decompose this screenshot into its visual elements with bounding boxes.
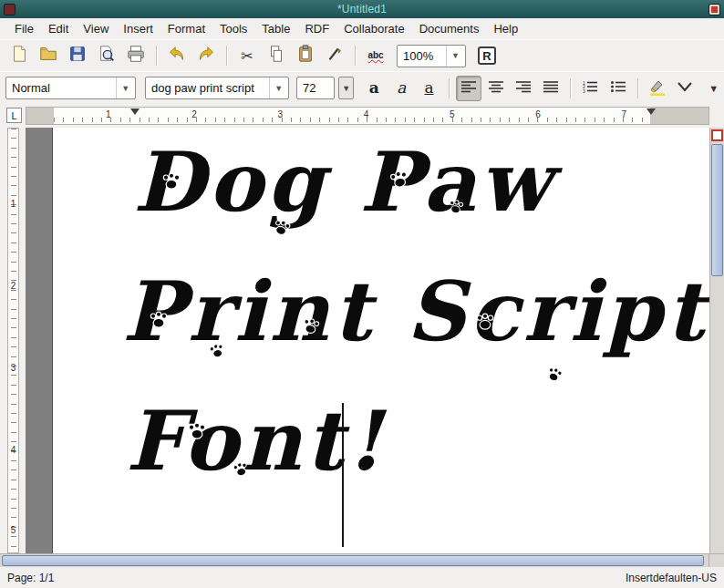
close-button[interactable] <box>708 4 720 15</box>
highlight-button[interactable] <box>645 76 670 101</box>
scrollbar-corner <box>708 554 724 567</box>
ruler-right-margin <box>650 108 708 124</box>
align-right-icon <box>515 80 532 97</box>
underline-icon: a <box>424 80 433 96</box>
ruler-left-margin <box>26 108 54 124</box>
chevron-down-icon: ▼ <box>269 77 283 98</box>
menu-collaborate[interactable]: Collaborate <box>336 19 412 38</box>
menu-format[interactable]: Format <box>160 19 212 38</box>
rdf-button[interactable]: R <box>473 43 501 68</box>
bold-button[interactable]: a <box>361 76 387 101</box>
paste-button[interactable] <box>292 43 319 68</box>
font-size-dropdown-button[interactable]: ▼ <box>338 77 354 99</box>
application-window: *Untitled1 File Edit View Insert Format … <box>0 0 724 588</box>
bullet-list-button[interactable] <box>605 76 631 101</box>
main-area: 1 2 3 4 5 Dog Paw Print Script Font! <box>0 128 724 553</box>
toolbar-separator <box>226 46 227 66</box>
menu-table[interactable]: Table <box>254 19 297 38</box>
ruler-number: 4 <box>8 445 18 455</box>
font-select[interactable]: dog paw print script ▼ <box>145 77 289 99</box>
italic-icon: a <box>397 80 406 96</box>
page-indicator: Page: 1/1 <box>7 572 54 584</box>
cut-button[interactable]: ✂ <box>233 43 261 68</box>
align-justify-icon <box>543 80 559 97</box>
align-left-icon <box>460 80 477 97</box>
chevron-down-icon <box>675 78 695 98</box>
zoom-select[interactable]: 100% ▼ <box>397 45 466 67</box>
undo-icon <box>167 44 187 67</box>
paw-print-icon <box>299 315 323 337</box>
style-select[interactable]: Normal ▼ <box>5 77 136 99</box>
undo-button[interactable] <box>163 43 191 68</box>
window-menu-button[interactable] <box>4 4 16 15</box>
open-button[interactable] <box>35 43 62 68</box>
standard-toolbar: ✂ abc 100% ▼ R <box>0 39 724 71</box>
vertical-ruler-strip: 1 2 3 4 5 <box>7 128 19 553</box>
ruler-number: 3 <box>277 109 283 119</box>
ruler-ticks <box>11 129 16 552</box>
save-button[interactable] <box>64 43 91 68</box>
print-preview-button[interactable] <box>93 43 120 68</box>
rdf-icon: R <box>478 46 496 65</box>
toolbar-separator <box>449 78 450 98</box>
ruler-number: 6 <box>535 109 541 119</box>
vertical-ruler[interactable]: 1 2 3 4 5 <box>0 128 26 553</box>
spellcheck-button[interactable]: abc <box>362 43 389 68</box>
ruler-number: 2 <box>191 109 197 119</box>
tab-stop-selector[interactable]: L <box>6 108 22 123</box>
menu-edit[interactable]: Edit <box>41 19 76 38</box>
clipboard-icon <box>295 44 315 67</box>
menu-documents[interactable]: Documents <box>412 19 487 38</box>
document-text-line: Print Script <box>122 270 708 352</box>
pen-icon <box>325 44 345 67</box>
menu-file[interactable]: File <box>7 19 41 38</box>
toolbar-separator <box>637 78 638 98</box>
toolbar-more-button[interactable] <box>672 76 698 101</box>
vertical-scrollbar[interactable] <box>709 128 724 553</box>
redo-button[interactable] <box>192 43 220 68</box>
menu-rdf[interactable]: RDF <box>297 19 336 38</box>
menu-view[interactable]: View <box>76 19 116 38</box>
toolbar-overflow-arrow[interactable]: ▼ <box>708 83 719 94</box>
paw-print-icon <box>186 421 208 441</box>
paw-print-icon <box>474 312 496 332</box>
chevron-down-icon: ▼ <box>116 77 129 98</box>
horizontal-scrollbar[interactable] <box>0 553 724 567</box>
open-folder-icon <box>38 44 58 67</box>
copy-button[interactable] <box>263 43 290 68</box>
scrollbar-top-button[interactable] <box>711 129 723 141</box>
align-right-button[interactable] <box>511 76 536 101</box>
document-page[interactable]: Dog Paw Print Script Font! <box>52 128 709 553</box>
bullet-list-icon <box>610 80 626 97</box>
menu-insert[interactable]: Insert <box>116 19 160 38</box>
indent-marker-left[interactable] <box>130 108 140 115</box>
align-left-button[interactable] <box>456 76 481 101</box>
toolbar-separator <box>570 78 571 98</box>
toolbar-separator <box>156 46 157 66</box>
align-justify-button[interactable] <box>538 76 564 101</box>
ruler-ticks <box>54 118 650 122</box>
align-center-icon <box>488 80 504 97</box>
ruler-number: 3 <box>8 363 18 373</box>
horizontal-scrollbar-thumb[interactable] <box>2 555 704 566</box>
scissors-icon: ✂ <box>241 47 253 65</box>
menu-tools[interactable]: Tools <box>212 19 254 38</box>
horizontal-ruler[interactable]: 1 2 3 4 5 6 7 <box>26 107 709 125</box>
italic-button[interactable]: a <box>388 76 414 101</box>
print-button[interactable] <box>122 43 150 68</box>
save-floppy-icon <box>67 44 88 67</box>
insert-mode-language-indicator: Insertdefaulten-US <box>626 572 717 584</box>
format-painter-button[interactable] <box>321 43 348 68</box>
vertical-scrollbar-thumb[interactable] <box>711 144 723 276</box>
text-cursor <box>342 403 344 547</box>
menu-help[interactable]: Help <box>486 19 525 38</box>
new-document-button[interactable] <box>5 43 33 68</box>
underline-button[interactable]: a <box>416 76 441 101</box>
toolbar-separator <box>355 46 356 66</box>
align-center-button[interactable] <box>483 76 509 101</box>
numbered-list-icon: 123 <box>582 80 598 97</box>
indent-marker-right[interactable] <box>646 108 656 115</box>
font-size-input[interactable]: 72 <box>296 77 335 99</box>
numbered-list-button[interactable]: 123 <box>577 76 603 101</box>
ruler-number: 1 <box>8 199 18 209</box>
